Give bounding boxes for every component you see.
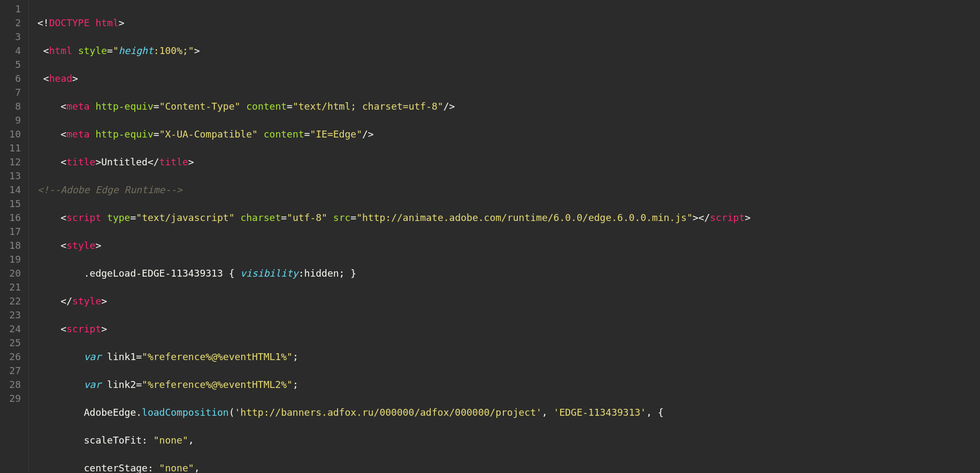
css-val: :100%;	[154, 45, 188, 56]
punct: </	[148, 156, 159, 167]
quote: "	[188, 45, 194, 56]
tag-meta: meta	[66, 101, 89, 112]
line-number: 12	[6, 155, 21, 169]
code-editor: 1 2 3 4 5 6 7 8 9 10 11 12 13 14 15 16 1…	[0, 0, 980, 473]
punct: >	[72, 73, 78, 84]
punct: <	[60, 128, 66, 140]
attr-content: content	[246, 101, 287, 112]
quote: "	[142, 379, 148, 390]
string: "none"	[154, 434, 188, 446]
line-number: 9	[6, 113, 21, 127]
code-line[interactable]: <html style="height:100%;">	[37, 44, 980, 58]
space	[90, 101, 96, 112]
keyword-var: var	[84, 351, 102, 362]
code-line[interactable]: <head>	[37, 72, 980, 86]
attr-http-equiv: http-equiv	[95, 101, 153, 112]
tag-title: title	[66, 156, 95, 167]
space	[90, 128, 96, 140]
punct: <	[43, 73, 49, 84]
code-line[interactable]: <script type="text/javascript" charset="…	[37, 211, 980, 225]
line-number: 13	[6, 169, 21, 183]
line-number: 4	[6, 44, 21, 58]
quote: "	[287, 212, 293, 223]
identifier: link1	[107, 351, 136, 362]
string: http://animate.adobe.com/runtime/6.0.0/e…	[362, 212, 687, 223]
quote: "	[252, 128, 258, 140]
line-number: 11	[6, 141, 21, 155]
attr-http-equiv: http-equiv	[95, 128, 153, 140]
punct: </	[60, 295, 72, 307]
quote: "	[229, 212, 235, 223]
punct: =	[136, 379, 142, 390]
string: X-UA-Compatible	[165, 128, 252, 140]
code-line[interactable]: <meta http-equiv="Content-Type" content=…	[37, 100, 980, 113]
css-selector: .edgeLoad-EDGE-113439313	[84, 268, 229, 279]
code-line[interactable]: centerStage: "none",	[37, 461, 980, 473]
string: Content-Type	[165, 101, 234, 112]
css-val: :hidden;	[298, 268, 351, 279]
space	[258, 128, 264, 140]
line-number: 23	[6, 308, 21, 322]
brace: {	[658, 407, 664, 418]
punct: <	[60, 323, 66, 334]
punct: >	[101, 295, 107, 307]
quote: "	[287, 379, 293, 390]
code-line[interactable]: .edgeLoad-EDGE-113439313 { visibility:hi…	[37, 266, 980, 280]
string: text/html; charset=utf-8	[298, 101, 438, 112]
line-number: 28	[6, 378, 21, 392]
line-number: 14	[6, 183, 21, 197]
code-line[interactable]: var link2="%reference%@%eventHTML2%";	[37, 378, 980, 392]
code-line[interactable]: var link1="%reference%@%eventHTML1%";	[37, 350, 980, 364]
code-line[interactable]: </style>	[37, 294, 980, 308]
line-number: 27	[6, 364, 21, 378]
quote: "	[287, 351, 293, 362]
tag-title: title	[159, 156, 188, 167]
line-number: 3	[6, 30, 21, 44]
line-number: 2	[6, 16, 21, 30]
string: "none"	[159, 462, 194, 473]
code-line[interactable]: scaleToFit: "none",	[37, 433, 980, 447]
prop-key: centerStage:	[84, 462, 159, 473]
punct: =	[130, 212, 136, 223]
string: %reference%@%eventHTML2%	[148, 379, 287, 390]
line-number: 21	[6, 280, 21, 294]
tag-head: head	[49, 73, 72, 84]
code-line[interactable]: <title>Untitled</title>	[37, 155, 980, 169]
punct: =	[350, 212, 356, 223]
punct: <	[60, 240, 66, 251]
punct: />	[443, 101, 455, 112]
space	[548, 407, 554, 418]
space	[235, 212, 241, 223]
code-line[interactable]: <style>	[37, 239, 980, 253]
tag-style: style	[66, 240, 95, 251]
punct: ,	[188, 434, 194, 446]
quote: "	[356, 212, 362, 223]
punct: =	[136, 351, 142, 362]
punct: <	[37, 17, 43, 28]
punct: <	[60, 156, 66, 167]
punct: =	[304, 128, 310, 140]
space	[72, 45, 78, 56]
quote: "	[235, 101, 241, 112]
punct: </	[699, 212, 710, 223]
quote: "	[687, 212, 693, 223]
punct: !	[43, 17, 49, 28]
code-line[interactable]: <meta http-equiv="X-UA-Compatible" conte…	[37, 127, 980, 141]
line-number: 6	[6, 72, 21, 86]
string: 'http://banners.adfox.ru/000000/adfox/00…	[235, 407, 542, 418]
code-line[interactable]: <!DOCTYPE html>	[37, 16, 980, 30]
quote: "	[356, 128, 362, 140]
code-area[interactable]: <!DOCTYPE html> <html style="height:100%…	[29, 0, 980, 473]
code-line[interactable]: AdobeEdge.loadComposition('http://banner…	[37, 406, 980, 419]
space	[652, 407, 658, 418]
punct: >	[194, 45, 200, 56]
code-line[interactable]: <!--Adobe Edge Runtime-->	[37, 183, 980, 197]
punct: >	[95, 156, 101, 167]
line-number: 20	[6, 266, 21, 280]
code-line[interactable]: <script>	[37, 322, 980, 336]
space	[101, 379, 107, 390]
line-number: 22	[6, 294, 21, 308]
punct: >	[119, 17, 125, 28]
space	[101, 351, 107, 362]
line-number: 26	[6, 350, 21, 364]
